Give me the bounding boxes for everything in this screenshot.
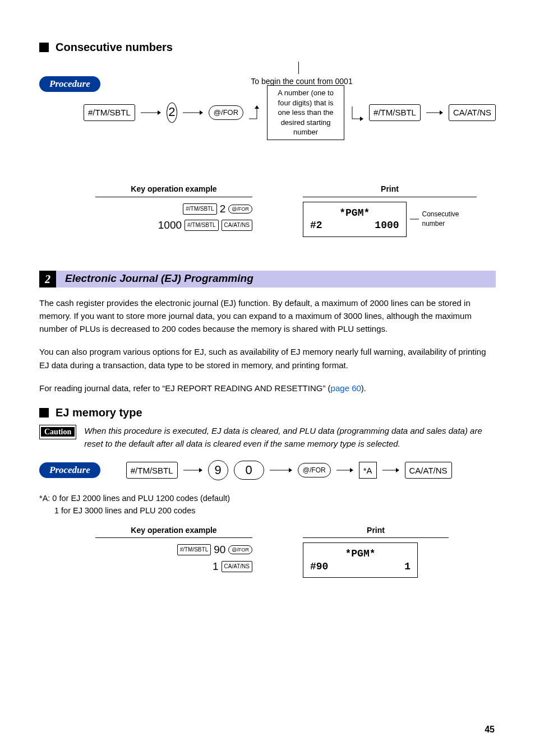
svg-marker-18 — [350, 468, 353, 472]
key-for: @/FOR — [209, 105, 243, 120]
digit-0: 0 — [234, 461, 264, 480]
procedure-block-1: Procedure To begin the count from 0001 #… — [39, 65, 496, 136]
key-ca-at-ns-sm: CA/AT/NS — [222, 220, 252, 231]
digit-9: 9 — [208, 460, 228, 480]
square-bullet-icon — [39, 43, 49, 52]
print-line2-right: 1000 — [375, 219, 399, 232]
caution-label: Caution — [41, 427, 75, 437]
svg-marker-6 — [255, 105, 259, 109]
arrow-icon — [382, 467, 399, 474]
key-tm-sbtl-sm: #/TM/SBTL — [183, 203, 217, 215]
print-line2-left: #90 — [310, 560, 328, 573]
arrow-icon — [183, 109, 203, 116]
print-output: *PGM* #90 1 — [303, 542, 418, 578]
key-op-example-col: Key operation example #/TM/SBTL 2 @/FOR … — [95, 184, 252, 237]
page-link[interactable]: page 60 — [331, 383, 361, 393]
key-for: @/FOR — [298, 463, 331, 477]
key-for-sm: @/FOR — [228, 545, 252, 554]
starting-number-note: A number (one to four digits) that is on… — [267, 85, 344, 140]
svg-marker-1 — [158, 110, 161, 115]
print-annotation: Consecutive number — [422, 210, 477, 229]
caution-row: Caution When this procedure is executed,… — [39, 425, 496, 450]
connector-icon — [249, 103, 261, 122]
key-line-2: 1000 #/TM/SBTL CA/AT/NS — [95, 218, 252, 233]
square-bullet-icon — [39, 408, 49, 418]
svg-marker-9 — [360, 117, 363, 121]
connector-line — [298, 62, 299, 74]
key-tm-sbtl-2: #/TM/SBTL — [369, 104, 421, 121]
heading-consecutive-numbers: Consecutive numbers — [39, 39, 496, 55]
arrow-icon — [426, 109, 443, 116]
svg-marker-16 — [289, 468, 292, 472]
svg-marker-3 — [200, 110, 203, 115]
digit: 1 — [213, 559, 219, 574]
paragraph-1: The cash register provides the electroni… — [39, 296, 496, 336]
key-tm-sbtl: #/TM/SBTL — [126, 462, 178, 479]
key-tm-sbtl-sm: #/TM/SBTL — [177, 544, 211, 555]
key-tm-sbtl: #/TM/SBTL — [84, 104, 135, 121]
key-op-title: Key operation example — [95, 525, 252, 539]
key-line-2: 1 CA/AT/NS — [95, 559, 252, 574]
footnote-a: *A: 0 for EJ 2000 lines and PLU 1200 cod… — [39, 493, 496, 505]
para3-post: ). — [361, 383, 366, 393]
arrow-icon — [270, 467, 292, 474]
section-title: Electronic Journal (EJ) Programming — [56, 271, 496, 287]
key-line-1: #/TM/SBTL 90 @/FOR — [95, 542, 252, 558]
print-line2-right: 1 — [404, 560, 411, 573]
section-number: 2 — [39, 271, 56, 287]
print-line2-left: #2 — [310, 219, 322, 232]
paragraph-3: For reading journal data, refer to “EJ R… — [39, 382, 496, 395]
print-line1: *PGM* — [310, 548, 411, 560]
key-op-example-col: Key operation example #/TM/SBTL 90 @/FOR… — [95, 525, 252, 578]
arrow-icon — [141, 109, 161, 116]
svg-marker-20 — [396, 468, 399, 472]
print-line1: *PGM* — [310, 207, 399, 220]
example-row-1: Key operation example #/TM/SBTL 2 @/FOR … — [95, 184, 496, 237]
key-for-sm: @/FOR — [228, 205, 252, 214]
section-band: 2 Electronic Journal (EJ) Programming — [39, 271, 496, 287]
key-line-1: #/TM/SBTL 2 @/FOR — [95, 202, 252, 217]
footnote-b: 1 for EJ 3000 lines and PLU 200 codes — [39, 505, 496, 517]
arrow-icon — [336, 467, 353, 474]
flow-row-1: #/TM/SBTL 2 @/FOR A number (one to four … — [39, 85, 496, 140]
para3-pre: For reading journal data, refer to “EJ R… — [39, 383, 331, 393]
svg-marker-14 — [199, 468, 202, 472]
digit: 1000 — [158, 218, 182, 233]
digit: 90 — [214, 542, 225, 558]
print-output: *PGM* #2 1000 — [303, 202, 407, 237]
procedure-badge: Procedure — [39, 462, 100, 478]
heading-text: EJ memory type — [56, 405, 142, 420]
heading-text: Consecutive numbers — [56, 39, 173, 55]
key-tm-sbtl-sm: #/TM/SBTL — [185, 220, 219, 231]
connector-icon — [350, 103, 363, 122]
caution-text: When this procedure is executed, EJ data… — [84, 425, 496, 450]
svg-marker-11 — [440, 110, 443, 115]
print-example-col: Print *PGM* #90 1 — [303, 525, 449, 578]
key-ca-at-ns: CA/AT/NS — [449, 104, 496, 121]
print-title: Print — [303, 525, 449, 539]
flow-row-2: Procedure #/TM/SBTL 9 0 @/FOR *A CA/AT/N… — [39, 460, 496, 480]
key-op-title: Key operation example — [95, 184, 252, 197]
print-example-col: Print *PGM* #2 1000 Consecutive number — [303, 184, 477, 237]
callout-line-icon — [410, 216, 419, 222]
arrow-icon — [183, 467, 202, 474]
key-ca-at-ns-sm: CA/AT/NS — [222, 561, 252, 572]
page-number: 45 — [485, 723, 495, 736]
heading-ej-memory-type: EJ memory type — [39, 405, 496, 420]
paragraph-2: You can also program various options for… — [39, 345, 496, 372]
caution-badge: Caution — [39, 425, 76, 439]
print-title: Print — [303, 184, 477, 197]
example-row-2: Key operation example #/TM/SBTL 90 @/FOR… — [95, 525, 496, 578]
digit: 2 — [220, 202, 226, 217]
page: Consecutive numbers Procedure To begin t… — [0, 0, 535, 756]
key-ca-at-ns: CA/AT/NS — [405, 462, 452, 479]
param-a-box: *A — [359, 462, 377, 479]
digit-2: 2 — [167, 103, 177, 123]
